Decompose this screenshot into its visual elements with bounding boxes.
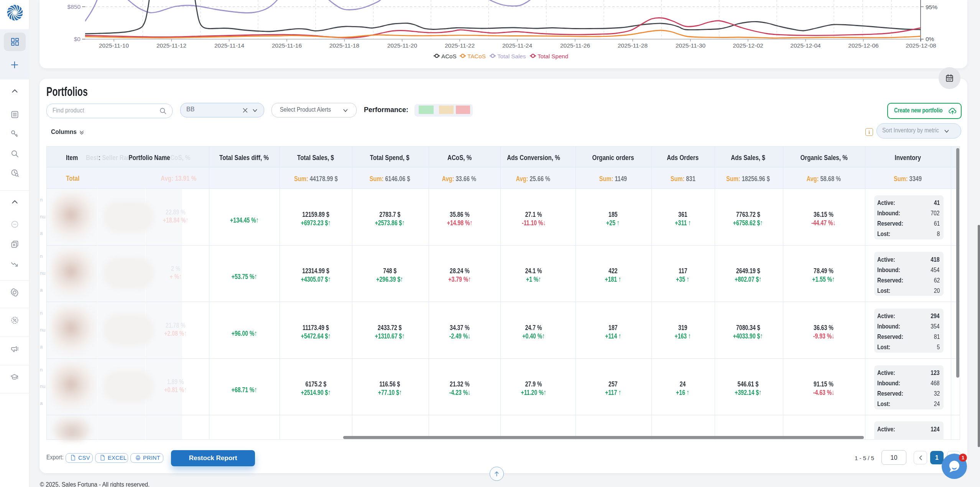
svg-text:2025-11-16: 2025-11-16 <box>272 42 302 49</box>
svg-text:Total Sales: Total Sales <box>497 53 526 59</box>
svg-text:2025-12-06: 2025-12-06 <box>848 42 878 49</box>
svg-text:2025-12-08: 2025-12-08 <box>906 42 936 49</box>
svg-text:2025-11-26: 2025-11-26 <box>560 42 590 49</box>
svg-text:Total Spend: Total Spend <box>538 53 568 59</box>
svg-text:$0: $0 <box>74 36 81 42</box>
svg-text:2025-11-10: 2025-11-10 <box>99 42 129 49</box>
svg-text:TACoS: TACoS <box>467 53 486 59</box>
svg-text:2025-11-18: 2025-11-18 <box>329 42 359 49</box>
svg-text:$850: $850 <box>67 3 81 10</box>
svg-text:2025-11-12: 2025-11-12 <box>156 42 186 49</box>
svg-text:0%: 0% <box>926 36 934 42</box>
svg-text:ACoS: ACoS <box>441 53 457 59</box>
svg-text:2025-12-04: 2025-12-04 <box>790 42 821 49</box>
svg-text:2025-11-30: 2025-11-30 <box>676 42 706 49</box>
svg-text:2025-12-02: 2025-12-02 <box>733 42 763 49</box>
svg-text:95%: 95% <box>926 4 937 10</box>
svg-text:2025-11-20: 2025-11-20 <box>387 42 418 49</box>
svg-text:2025-11-24: 2025-11-24 <box>502 42 533 49</box>
svg-text:2025-11-22: 2025-11-22 <box>445 42 475 49</box>
svg-text:2025-11-28: 2025-11-28 <box>618 42 648 49</box>
svg-text:2025-11-14: 2025-11-14 <box>214 42 245 49</box>
